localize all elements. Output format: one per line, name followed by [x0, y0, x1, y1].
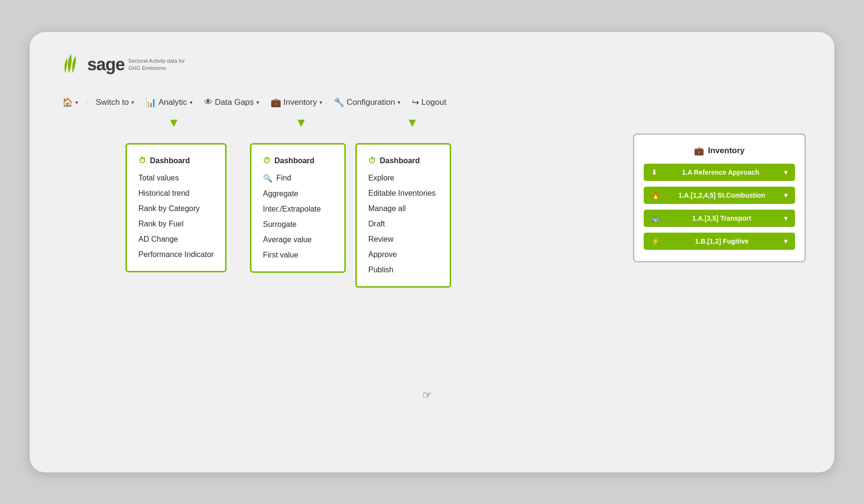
nav-analytic[interactable]: 📊 Analytic ▾ [142, 95, 196, 110]
menu-datagaps-find[interactable]: 🔍 Find [263, 170, 333, 186]
transport-icon: 🚌 [651, 214, 659, 222]
menu-datagaps-aggregate[interactable]: Aggregate [263, 186, 333, 202]
ref-approach-dropdown-icon: ▾ [784, 168, 787, 176]
nav-configuration-label: Configuration [347, 98, 395, 107]
nav-inventory[interactable]: 💼 Inventory ▾ [267, 95, 326, 110]
st-combustion-icon: 🔥 [651, 191, 659, 199]
btn-ref-approach[interactable]: ⬇ 1.A Reference Approach ▾ [644, 164, 795, 181]
ref-approach-icon: ⬇ [651, 168, 657, 176]
arrow-datagaps: ▼ [295, 115, 307, 130]
menu-datagaps-interextrapolate[interactable]: Inter./Extrapolate [263, 202, 333, 217]
menu-inventory-editable-inventories[interactable]: Editable Inventories [368, 186, 438, 201]
inventory-panel-icon: 💼 [694, 146, 704, 156]
menu-analytic-historical-trend[interactable]: Historical trend [138, 186, 214, 201]
datagaps-icon: 👁 [204, 97, 213, 107]
menu-datagaps-dashboard[interactable]: ⏱ Dashboard [263, 153, 333, 168]
menu-analytic-performance-indicator[interactable]: Performance Indicator [138, 247, 214, 262]
menu-datagaps-average-value[interactable]: Average value [263, 232, 333, 247]
logout-icon: ↪ [412, 97, 419, 108]
nav-data-gaps-label: Data Gaps [215, 98, 254, 107]
find-icon: 🔍 [263, 174, 273, 183]
nav-switch-to-label: Switch to [96, 98, 129, 107]
inventory-panel-title: 💼 Inventory [644, 146, 795, 156]
nav-configuration[interactable]: 🔧 Configuration ▾ [330, 95, 404, 110]
menu-analytic: ⏱ Dashboard Total values Historical tren… [125, 143, 227, 272]
fugitive-icon: ⚡ [651, 237, 659, 245]
main-card: sage Sectoral Activity data for GHG Emis… [30, 32, 834, 472]
nav-analytic-label: Analytic [159, 98, 187, 107]
menu-inventory-draft[interactable]: Draft [368, 216, 438, 232]
config-icon: 🔧 [334, 97, 344, 108]
menu-analytic-dashboard[interactable]: ⏱ Dashboard [138, 153, 214, 168]
dashboard-icon-d: ⏱ [263, 157, 271, 165]
nav-data-gaps[interactable]: 👁 Data Gaps ▾ [200, 95, 263, 109]
menu-inventory-dashboard[interactable]: ⏱ Dashboard [368, 153, 438, 168]
inventory-panel: 💼 Inventory ⬇ 1.A Reference Approach ▾ 🔥… [633, 134, 806, 262]
menu-datagaps: ⏱ Dashboard 🔍 Find Aggregate Inter./Extr… [250, 143, 346, 273]
nav-home[interactable]: 🏠 ▾ [58, 95, 82, 110]
nav-switch-to[interactable]: Switch to ▾ [92, 96, 138, 109]
mouse-cursor: ☞ [422, 389, 432, 402]
nav-inventory-label: Inventory [284, 98, 317, 107]
navbar: 🏠 ▾ · Switch to ▾ 📊 Analytic ▾ 👁 Data Ga… [58, 95, 806, 110]
menu-analytic-ad-change[interactable]: AD Change [138, 232, 214, 247]
menu-analytic-rank-by-fuel[interactable]: Rank by Fuel [138, 216, 214, 232]
btn-transport[interactable]: 🚌 1.A.[3,5] Transport ▾ [644, 210, 795, 227]
arrow-analytic: ▼ [168, 115, 180, 130]
dashboard-icon-i: ⏱ [368, 157, 376, 165]
logo-text: sage [87, 55, 125, 75]
fugitive-dropdown-icon: ▾ [784, 237, 787, 245]
logo-area: sage Sectoral Activity data for GHG Emis… [58, 51, 806, 78]
nav-logout[interactable]: ↪ Logout [408, 95, 450, 110]
menu-inventory-manage-all[interactable]: Manage all [368, 201, 438, 216]
menu-inventory-publish[interactable]: Publish [368, 262, 438, 278]
inventory-nav-icon: 💼 [271, 97, 281, 108]
btn-fugitive[interactable]: ⚡ 1.B.[1,2] Fugitive ▾ [644, 233, 795, 250]
menu-datagaps-surrogate[interactable]: Surrogate [263, 217, 333, 232]
logo-tagline: Sectoral Activity data for GHG Emissions [128, 57, 186, 71]
transport-dropdown-icon: ▾ [784, 214, 787, 222]
analytic-icon: 📊 [146, 97, 156, 108]
menu-inventory-explore[interactable]: Explore [368, 170, 438, 186]
menu-inventory-approve[interactable]: Approve [368, 247, 438, 262]
menu-inventory-review[interactable]: Review [368, 232, 438, 247]
st-combustion-dropdown-icon: ▾ [784, 191, 787, 199]
nav-logout-label: Logout [421, 98, 446, 107]
dashboard-icon-a: ⏱ [138, 157, 146, 165]
menu-analytic-rank-by-category[interactable]: Rank by Category [138, 201, 214, 216]
sage-logo-icon [58, 51, 85, 78]
content-area: ▼ ▼ ▼ ⏱ Dashboard Total values Historica… [58, 129, 806, 416]
btn-st-combustion[interactable]: 🔥 1.A.[1,2,4,5] St.Combustion ▾ [644, 187, 795, 204]
menu-datagaps-first-value[interactable]: First value [263, 247, 333, 263]
arrow-inventory-menu: ▼ [406, 115, 419, 130]
home-icon: 🏠 [62, 97, 73, 108]
menu-analytic-total-values[interactable]: Total values [138, 170, 214, 186]
menu-inventory: ⏱ Dashboard Explore Editable Inventories… [355, 143, 451, 288]
